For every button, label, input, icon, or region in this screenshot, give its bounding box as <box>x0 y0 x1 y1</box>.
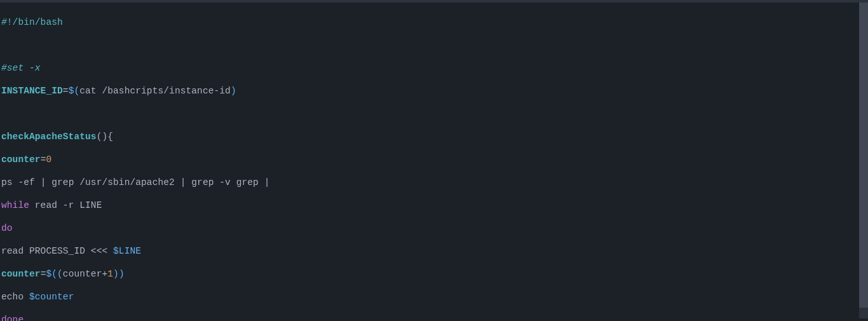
cmd: echo <box>1 292 24 302</box>
code-line: done <box>1 314 867 321</box>
var-assign: INSTANCE_ID <box>1 86 63 96</box>
cmd: grep -v grep <box>186 177 264 188</box>
herestring-op: <<< <box>91 246 107 256</box>
code-line: counter=$((counter+1)) <box>1 268 867 280</box>
equals-op: = <box>63 86 69 96</box>
arith-close: )) <box>113 269 125 279</box>
code-line: counter=0 <box>1 154 867 165</box>
var-ref: $counter <box>24 292 74 302</box>
code-line: INSTANCE_ID=$(cat /bashcripts/instance-i… <box>1 85 867 97</box>
code-line: do <box>1 222 867 234</box>
var-assign: counter <box>1 269 41 279</box>
code-line <box>1 39 867 51</box>
cmd: read -r LINE <box>29 200 102 210</box>
pipe-op: | <box>180 177 186 188</box>
keyword: do <box>1 223 13 233</box>
cmd: grep <box>46 177 79 188</box>
code-line: read PROCESS_ID <<< $LINE <box>1 245 867 257</box>
subst-open: $( <box>69 86 80 96</box>
function-open: (){ <box>97 132 113 142</box>
number: 0 <box>46 154 51 165</box>
cmd: ps -ef <box>1 177 41 188</box>
code-editor[interactable]: #!/bin/bash #set -x INSTANCE_ID=$(cat /b… <box>0 3 868 321</box>
number: 1 <box>107 269 113 279</box>
var-ref: $LINE <box>107 246 141 256</box>
cmd: cat <box>79 86 96 96</box>
code-line <box>1 108 867 120</box>
code-line: #set -x <box>1 62 867 74</box>
cmd: read PROCESS_ID <box>1 246 91 256</box>
path: /bashcripts/instance-id <box>97 86 231 96</box>
code-line: #!/bin/bash <box>1 17 867 28</box>
path: /usr/sbin/apache2 <box>79 177 175 188</box>
pipe-op: | <box>264 177 270 188</box>
var-assign: counter <box>1 154 41 165</box>
code-line: checkApacheStatus(){ <box>1 131 867 142</box>
expr: counter+ <box>63 269 107 279</box>
function-name: checkApacheStatus <box>1 132 97 142</box>
comment: #set -x <box>1 63 41 73</box>
subst-close: ) <box>231 86 236 96</box>
shebang-path: !/bin/bash <box>7 17 63 27</box>
keyword: while <box>1 200 29 210</box>
code-line: while read -r LINE <box>1 200 867 211</box>
code-line: ps -ef | grep /usr/sbin/apache2 | grep -… <box>1 177 867 188</box>
keyword: done <box>1 315 24 321</box>
vertical-scrollbar[interactable] <box>859 3 868 318</box>
code-line: echo $counter <box>1 291 867 303</box>
arith-open: $(( <box>46 269 62 279</box>
scrollbar-thumb[interactable] <box>859 3 868 308</box>
shebang-hash: # <box>1 17 7 27</box>
